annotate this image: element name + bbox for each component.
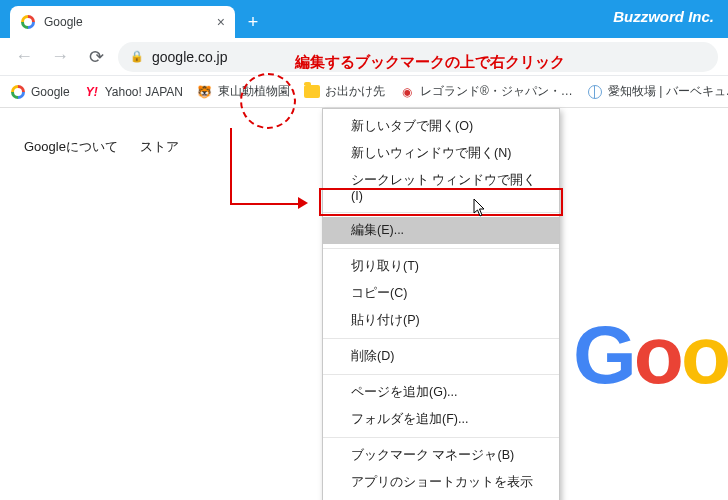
url-text: google.co.jp bbox=[152, 49, 228, 65]
menu-separator bbox=[323, 212, 559, 213]
menu-cut[interactable]: 切り取り(T) bbox=[323, 253, 559, 280]
tab-close-icon[interactable]: × bbox=[217, 14, 225, 30]
menu-show-app-shortcut[interactable]: アプリのショートカットを表示 bbox=[323, 469, 559, 496]
globe-icon bbox=[587, 84, 603, 100]
menu-separator bbox=[323, 248, 559, 249]
reload-button[interactable]: ⟳ bbox=[82, 43, 110, 71]
bookmark-label: Yahoo! JAPAN bbox=[105, 85, 183, 99]
cursor-icon bbox=[473, 198, 487, 218]
context-menu: 新しいタブで開く(O) 新しいウィンドウで開く(N) シークレット ウィンドウで… bbox=[322, 108, 560, 500]
annotation-arrowhead bbox=[298, 197, 308, 209]
tab-title: Google bbox=[44, 15, 209, 29]
lock-icon: 🔒 bbox=[130, 50, 144, 63]
google-nav: Googleについて ストア bbox=[24, 138, 179, 156]
titlebar: Google × + Buzzword Inc. bbox=[0, 0, 728, 38]
site-icon: 🐯 bbox=[197, 84, 213, 100]
forward-button: → bbox=[46, 43, 74, 71]
bookmark-label: Google bbox=[31, 85, 70, 99]
brand-label: Buzzword Inc. bbox=[613, 0, 714, 34]
yahoo-icon: Y! bbox=[84, 84, 100, 100]
google-icon bbox=[10, 84, 26, 100]
menu-delete[interactable]: 削除(D) bbox=[323, 343, 559, 370]
menu-paste[interactable]: 貼り付け(P) bbox=[323, 307, 559, 334]
lego-icon: ◉ bbox=[399, 84, 415, 100]
nav-store[interactable]: ストア bbox=[140, 138, 179, 156]
menu-open-incognito[interactable]: シークレット ウィンドウで開く(I) bbox=[323, 167, 559, 208]
bookmark-label: お出かけ先 bbox=[325, 83, 385, 100]
bookmark-label: 愛知牧場 | バーベキュ… bbox=[608, 83, 728, 100]
annotation-arrow-v bbox=[230, 128, 232, 203]
menu-open-new-tab[interactable]: 新しいタブで開く(O) bbox=[323, 113, 559, 140]
back-button[interactable]: ← bbox=[10, 43, 38, 71]
bookmark-aichi[interactable]: 愛知牧場 | バーベキュ… bbox=[587, 83, 728, 100]
menu-separator bbox=[323, 437, 559, 438]
menu-separator bbox=[323, 374, 559, 375]
folder-icon bbox=[304, 84, 320, 100]
bookmark-yahoo[interactable]: Y!Yahoo! JAPAN bbox=[84, 84, 183, 100]
menu-bookmark-manager[interactable]: ブックマーク マネージャ(B) bbox=[323, 442, 559, 469]
menu-copy[interactable]: コピー(C) bbox=[323, 280, 559, 307]
menu-open-new-window[interactable]: 新しいウィンドウで開く(N) bbox=[323, 140, 559, 167]
bookmark-label: レゴランド®・ジャパン・… bbox=[420, 83, 573, 100]
new-tab-button[interactable]: + bbox=[239, 8, 267, 36]
bookmarks-bar: Google Y!Yahoo! JAPAN 🐯東山動植物園 お出かけ先 ◉レゴラ… bbox=[0, 76, 728, 108]
bookmark-label: 東山動植物園 bbox=[218, 83, 290, 100]
bookmark-higashiyama[interactable]: 🐯東山動植物園 bbox=[197, 83, 290, 100]
annotation-arrow-h bbox=[230, 203, 300, 205]
bookmark-google[interactable]: Google bbox=[10, 84, 70, 100]
tab-favicon bbox=[20, 14, 36, 30]
menu-add-page[interactable]: ページを追加(G)... bbox=[323, 379, 559, 406]
page-content: 編集するブックマークの上で右クリック Googleについて ストア Goo 新し… bbox=[0, 108, 728, 500]
browser-tab[interactable]: Google × bbox=[10, 6, 235, 38]
google-logo: Goo bbox=[573, 308, 728, 402]
menu-add-folder[interactable]: フォルダを追加(F)... bbox=[323, 406, 559, 433]
annotation-text: 編集するブックマークの上で右クリック bbox=[295, 53, 565, 72]
bookmark-legoland[interactable]: ◉レゴランド®・ジャパン・… bbox=[399, 83, 573, 100]
menu-separator bbox=[323, 338, 559, 339]
menu-show-bookmark-bar[interactable]: ✓ブックマーク バーを表示(S) bbox=[323, 496, 559, 500]
menu-edit[interactable]: 編集(E)... bbox=[323, 217, 559, 244]
bookmark-folder-odekake[interactable]: お出かけ先 bbox=[304, 83, 385, 100]
nav-about[interactable]: Googleについて bbox=[24, 138, 118, 156]
